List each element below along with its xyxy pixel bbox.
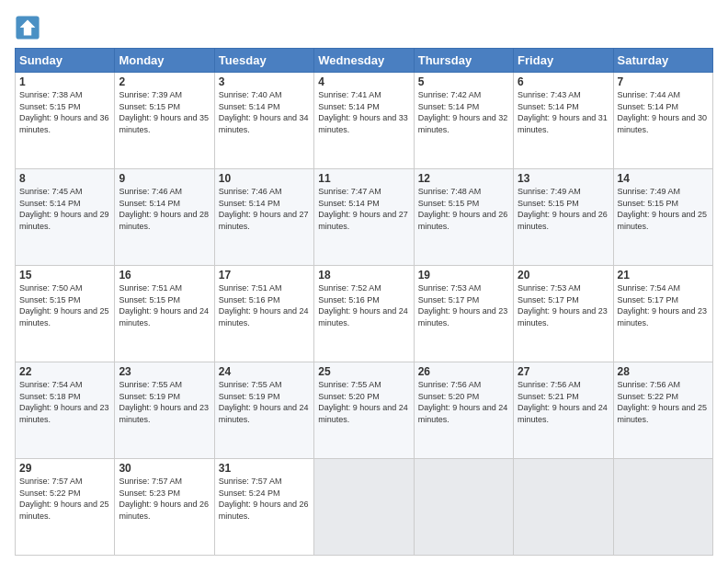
day-number: 14 bbox=[618, 172, 709, 185]
calendar-day-cell: 16Sunrise: 7:51 AMSunset: 5:15 PMDayligh… bbox=[115, 266, 214, 362]
calendar-day-cell: 13Sunrise: 7:49 AMSunset: 5:15 PMDayligh… bbox=[514, 169, 613, 266]
day-info: Sunrise: 7:40 AMSunset: 5:14 PMDaylight:… bbox=[219, 90, 309, 134]
day-info: Sunrise: 7:55 AMSunset: 5:19 PMDaylight:… bbox=[219, 380, 309, 424]
calendar-day-cell: 12Sunrise: 7:48 AMSunset: 5:15 PMDayligh… bbox=[414, 169, 513, 266]
calendar-day-cell: 25Sunrise: 7:55 AMSunset: 5:20 PMDayligh… bbox=[314, 362, 414, 459]
day-number: 21 bbox=[618, 269, 709, 282]
day-number: 7 bbox=[618, 75, 709, 88]
calendar-table: SundayMondayTuesdayWednesdayThursdayFrid… bbox=[15, 48, 713, 556]
calendar-day-cell: 28Sunrise: 7:56 AMSunset: 5:22 PMDayligh… bbox=[613, 362, 712, 459]
day-number: 29 bbox=[19, 462, 110, 475]
calendar-day-cell bbox=[414, 459, 513, 556]
calendar-day-cell: 30Sunrise: 7:57 AMSunset: 5:23 PMDayligh… bbox=[115, 459, 214, 556]
calendar-day-cell: 9Sunrise: 7:46 AMSunset: 5:14 PMDaylight… bbox=[115, 169, 214, 266]
calendar-day-cell: 8Sunrise: 7:45 AMSunset: 5:14 PMDaylight… bbox=[16, 169, 115, 266]
calendar-day-cell: 24Sunrise: 7:55 AMSunset: 5:19 PMDayligh… bbox=[214, 362, 313, 459]
logo bbox=[15, 15, 44, 40]
day-number: 10 bbox=[219, 172, 310, 185]
day-number: 3 bbox=[219, 75, 310, 88]
day-info: Sunrise: 7:48 AMSunset: 5:15 PMDaylight:… bbox=[418, 187, 508, 231]
calendar-week-row: 15Sunrise: 7:50 AMSunset: 5:15 PMDayligh… bbox=[16, 266, 713, 362]
calendar-day-cell: 29Sunrise: 7:57 AMSunset: 5:22 PMDayligh… bbox=[16, 459, 115, 556]
day-info: Sunrise: 7:49 AMSunset: 5:15 PMDaylight:… bbox=[618, 187, 708, 231]
day-info: Sunrise: 7:53 AMSunset: 5:17 PMDaylight:… bbox=[418, 283, 508, 327]
day-info: Sunrise: 7:46 AMSunset: 5:14 PMDaylight:… bbox=[219, 187, 309, 231]
day-info: Sunrise: 7:56 AMSunset: 5:22 PMDaylight:… bbox=[618, 380, 708, 424]
day-number: 26 bbox=[418, 365, 509, 378]
day-number: 5 bbox=[418, 75, 509, 88]
day-number: 27 bbox=[518, 365, 609, 378]
day-number: 6 bbox=[518, 75, 609, 88]
day-number: 1 bbox=[19, 75, 110, 88]
day-number: 12 bbox=[418, 172, 509, 185]
day-number: 15 bbox=[19, 269, 110, 282]
weekday-header: Friday bbox=[514, 49, 613, 73]
calendar-day-cell: 1Sunrise: 7:38 AMSunset: 5:15 PMDaylight… bbox=[16, 73, 115, 169]
calendar-day-cell: 4Sunrise: 7:41 AMSunset: 5:14 PMDaylight… bbox=[314, 73, 414, 169]
calendar-day-cell: 2Sunrise: 7:39 AMSunset: 5:15 PMDaylight… bbox=[115, 73, 214, 169]
weekday-header: Sunday bbox=[16, 49, 115, 73]
day-info: Sunrise: 7:49 AMSunset: 5:15 PMDaylight:… bbox=[518, 187, 608, 231]
weekday-header: Wednesday bbox=[314, 49, 414, 73]
day-number: 4 bbox=[318, 75, 409, 88]
day-info: Sunrise: 7:57 AMSunset: 5:24 PMDaylight:… bbox=[219, 477, 309, 521]
weekday-header: Tuesday bbox=[214, 49, 313, 73]
day-number: 19 bbox=[418, 269, 509, 282]
day-info: Sunrise: 7:39 AMSunset: 5:15 PMDaylight:… bbox=[119, 90, 209, 134]
day-info: Sunrise: 7:54 AMSunset: 5:17 PMDaylight:… bbox=[618, 283, 708, 327]
calendar-day-cell bbox=[613, 459, 712, 556]
day-info: Sunrise: 7:44 AMSunset: 5:14 PMDaylight:… bbox=[618, 90, 708, 134]
day-number: 2 bbox=[119, 75, 210, 88]
calendar-day-cell bbox=[314, 459, 414, 556]
calendar-day-cell bbox=[514, 459, 613, 556]
calendar-week-row: 22Sunrise: 7:54 AMSunset: 5:18 PMDayligh… bbox=[16, 362, 713, 459]
calendar-week-row: 29Sunrise: 7:57 AMSunset: 5:22 PMDayligh… bbox=[16, 459, 713, 556]
calendar-day-cell: 14Sunrise: 7:49 AMSunset: 5:15 PMDayligh… bbox=[613, 169, 712, 266]
calendar-day-cell: 20Sunrise: 7:53 AMSunset: 5:17 PMDayligh… bbox=[514, 266, 613, 362]
day-number: 30 bbox=[119, 462, 210, 475]
calendar-day-cell: 31Sunrise: 7:57 AMSunset: 5:24 PMDayligh… bbox=[214, 459, 313, 556]
calendar-day-cell: 7Sunrise: 7:44 AMSunset: 5:14 PMDaylight… bbox=[613, 73, 712, 169]
day-info: Sunrise: 7:46 AMSunset: 5:14 PMDaylight:… bbox=[119, 187, 209, 231]
weekday-header: Saturday bbox=[613, 49, 712, 73]
day-info: Sunrise: 7:51 AMSunset: 5:16 PMDaylight:… bbox=[219, 283, 309, 327]
day-number: 20 bbox=[518, 269, 609, 282]
day-info: Sunrise: 7:56 AMSunset: 5:20 PMDaylight:… bbox=[418, 380, 508, 424]
day-info: Sunrise: 7:41 AMSunset: 5:14 PMDaylight:… bbox=[318, 90, 408, 134]
calendar-day-cell: 3Sunrise: 7:40 AMSunset: 5:14 PMDaylight… bbox=[214, 73, 313, 169]
calendar-day-cell: 23Sunrise: 7:55 AMSunset: 5:19 PMDayligh… bbox=[115, 362, 214, 459]
calendar-day-cell: 15Sunrise: 7:50 AMSunset: 5:15 PMDayligh… bbox=[16, 266, 115, 362]
day-info: Sunrise: 7:45 AMSunset: 5:14 PMDaylight:… bbox=[19, 187, 109, 231]
day-info: Sunrise: 7:55 AMSunset: 5:20 PMDaylight:… bbox=[318, 380, 408, 424]
day-number: 25 bbox=[318, 365, 409, 378]
weekday-header: Thursday bbox=[414, 49, 513, 73]
day-info: Sunrise: 7:57 AMSunset: 5:22 PMDaylight:… bbox=[19, 477, 109, 521]
day-info: Sunrise: 7:38 AMSunset: 5:15 PMDaylight:… bbox=[19, 90, 109, 134]
calendar-day-cell: 18Sunrise: 7:52 AMSunset: 5:16 PMDayligh… bbox=[314, 266, 414, 362]
day-number: 8 bbox=[19, 172, 110, 185]
day-number: 13 bbox=[518, 172, 609, 185]
weekday-header: Monday bbox=[115, 49, 214, 73]
calendar-day-cell: 19Sunrise: 7:53 AMSunset: 5:17 PMDayligh… bbox=[414, 266, 513, 362]
day-info: Sunrise: 7:54 AMSunset: 5:18 PMDaylight:… bbox=[19, 380, 109, 424]
calendar-day-cell: 21Sunrise: 7:54 AMSunset: 5:17 PMDayligh… bbox=[613, 266, 712, 362]
day-info: Sunrise: 7:50 AMSunset: 5:15 PMDaylight:… bbox=[19, 283, 109, 327]
calendar-day-cell: 22Sunrise: 7:54 AMSunset: 5:18 PMDayligh… bbox=[16, 362, 115, 459]
calendar-day-cell: 26Sunrise: 7:56 AMSunset: 5:20 PMDayligh… bbox=[414, 362, 513, 459]
day-number: 28 bbox=[618, 365, 709, 378]
calendar-day-cell: 11Sunrise: 7:47 AMSunset: 5:14 PMDayligh… bbox=[314, 169, 414, 266]
day-info: Sunrise: 7:53 AMSunset: 5:17 PMDaylight:… bbox=[518, 283, 608, 327]
day-number: 11 bbox=[318, 172, 409, 185]
day-number: 9 bbox=[119, 172, 210, 185]
calendar-day-cell: 6Sunrise: 7:43 AMSunset: 5:14 PMDaylight… bbox=[514, 73, 613, 169]
calendar-day-cell: 27Sunrise: 7:56 AMSunset: 5:21 PMDayligh… bbox=[514, 362, 613, 459]
day-info: Sunrise: 7:57 AMSunset: 5:23 PMDaylight:… bbox=[119, 477, 209, 521]
day-number: 24 bbox=[219, 365, 310, 378]
day-info: Sunrise: 7:42 AMSunset: 5:14 PMDaylight:… bbox=[418, 90, 508, 134]
day-info: Sunrise: 7:52 AMSunset: 5:16 PMDaylight:… bbox=[318, 283, 408, 327]
day-info: Sunrise: 7:47 AMSunset: 5:14 PMDaylight:… bbox=[318, 187, 408, 231]
page-container: SundayMondayTuesdayWednesdayThursdayFrid… bbox=[0, 0, 728, 563]
calendar-day-cell: 10Sunrise: 7:46 AMSunset: 5:14 PMDayligh… bbox=[214, 169, 313, 266]
weekday-header-row: SundayMondayTuesdayWednesdayThursdayFrid… bbox=[16, 49, 713, 73]
calendar-day-cell: 5Sunrise: 7:42 AMSunset: 5:14 PMDaylight… bbox=[414, 73, 513, 169]
